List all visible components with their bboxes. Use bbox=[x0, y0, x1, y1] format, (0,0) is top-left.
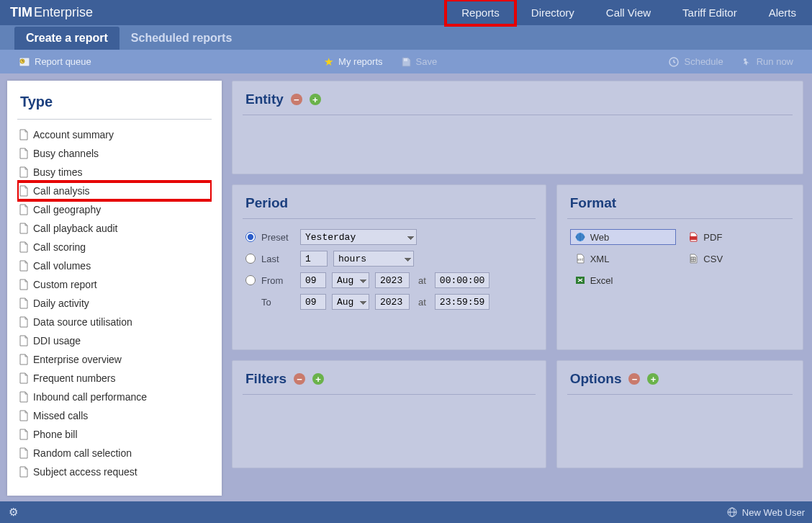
svg-text:xml: xml bbox=[577, 257, 583, 262]
type-item[interactable]: Enterprise overview bbox=[17, 350, 212, 369]
filters-heading: Filters bbox=[245, 371, 287, 387]
type-item[interactable]: Phone bill bbox=[17, 425, 212, 444]
type-item[interactable]: Custom report bbox=[17, 275, 212, 294]
format-panel: Format Web PDF xml XML bbox=[556, 184, 803, 350]
period-to-year[interactable] bbox=[375, 294, 410, 310]
type-item[interactable]: Data source utilisation bbox=[17, 313, 212, 331]
filters-add-button[interactable]: + bbox=[312, 373, 324, 385]
document-icon bbox=[19, 372, 29, 384]
svg-point-4 bbox=[744, 58, 746, 61]
period-last-value[interactable] bbox=[300, 251, 328, 267]
type-item[interactable]: Call geography bbox=[17, 200, 212, 219]
document-icon bbox=[19, 298, 29, 309]
type-item[interactable]: Account summary bbox=[17, 125, 212, 144]
entity-heading: Entity bbox=[245, 91, 284, 107]
type-item-label: Frequent numbers bbox=[33, 372, 115, 384]
report-queue-label: Report queue bbox=[35, 56, 91, 67]
period-from-year[interactable] bbox=[375, 272, 410, 288]
options-heading: Options bbox=[570, 371, 622, 387]
nav-call-view[interactable]: Call View bbox=[590, 0, 667, 25]
period-from-day[interactable] bbox=[300, 272, 326, 288]
period-last-radio[interactable] bbox=[245, 254, 256, 264]
divider bbox=[243, 394, 536, 395]
type-item[interactable]: Busy times bbox=[17, 163, 212, 182]
type-item[interactable]: Call playback audit bbox=[17, 219, 212, 238]
period-to-time[interactable] bbox=[435, 294, 490, 310]
nav-reports[interactable]: Reports bbox=[446, 0, 515, 25]
format-web-label: Web bbox=[590, 232, 610, 243]
type-item[interactable]: Call analysis bbox=[17, 182, 212, 200]
period-preset-row: Preset Yesterday bbox=[245, 229, 533, 245]
period-to-day[interactable] bbox=[300, 294, 326, 310]
footer-user[interactable]: New Web User bbox=[742, 507, 805, 518]
schedule-button[interactable]: Schedule bbox=[659, 56, 731, 68]
period-to-month[interactable]: Aug bbox=[332, 294, 369, 310]
document-icon bbox=[19, 429, 29, 440]
globe-icon bbox=[726, 506, 738, 518]
format-xml[interactable]: xml XML bbox=[570, 251, 677, 267]
period-from-time[interactable] bbox=[435, 272, 490, 288]
type-item[interactable]: Call scoring bbox=[17, 238, 212, 256]
entity-panel: Entity − + bbox=[232, 81, 803, 174]
entity-add-button[interactable]: + bbox=[310, 94, 321, 105]
top-nav: Reports Directory Call View Tariff Edito… bbox=[446, 0, 812, 25]
period-preset-select[interactable]: Yesterday bbox=[300, 229, 417, 245]
document-icon bbox=[19, 204, 29, 215]
options-remove-button[interactable]: − bbox=[628, 373, 640, 385]
type-item[interactable]: Call volumes bbox=[17, 256, 212, 275]
report-queue-button[interactable]: Report queue bbox=[10, 56, 100, 68]
type-item[interactable]: Daily activity bbox=[17, 294, 212, 313]
period-from-month[interactable]: Aug bbox=[332, 272, 369, 288]
type-item[interactable]: Subject access request bbox=[17, 462, 212, 481]
document-icon bbox=[19, 148, 29, 159]
clock-icon bbox=[668, 56, 680, 68]
save-label: Save bbox=[416, 56, 438, 67]
format-web[interactable]: Web bbox=[570, 229, 677, 245]
brand-part2: Enterprise bbox=[34, 5, 93, 20]
type-item[interactable]: Busy channels bbox=[17, 144, 212, 163]
type-item-label: Call scoring bbox=[33, 241, 86, 253]
format-csv[interactable]: CSV bbox=[683, 251, 790, 267]
tab-scheduled-reports[interactable]: Scheduled reports bbox=[119, 27, 243, 50]
type-item[interactable]: Missed calls bbox=[17, 406, 212, 425]
period-preset-label: Preset bbox=[261, 232, 294, 243]
nav-alerts[interactable]: Alerts bbox=[753, 0, 812, 25]
type-item[interactable]: Inbound call performance bbox=[17, 388, 212, 406]
document-icon bbox=[19, 335, 29, 347]
period-preset-radio[interactable] bbox=[245, 232, 256, 242]
type-item[interactable]: DDI usage bbox=[17, 331, 212, 350]
gear-icon[interactable]: ⚙ bbox=[7, 506, 19, 518]
document-icon bbox=[19, 410, 29, 421]
nav-tariff-editor[interactable]: Tariff Editor bbox=[667, 0, 753, 25]
type-item-label: Custom report bbox=[33, 279, 97, 290]
save-button[interactable]: Save bbox=[392, 56, 446, 68]
type-heading: Type bbox=[7, 81, 222, 115]
schedule-label: Schedule bbox=[684, 56, 723, 67]
filters-remove-button[interactable]: − bbox=[294, 373, 305, 385]
format-pdf[interactable]: PDF bbox=[683, 229, 790, 245]
period-last-unit-select[interactable]: hours bbox=[333, 251, 414, 267]
web-icon bbox=[574, 231, 586, 243]
type-item-label: Call volumes bbox=[33, 260, 91, 272]
entity-remove-button[interactable]: − bbox=[291, 94, 302, 105]
period-to-label: To bbox=[261, 297, 294, 308]
period-last-label: Last bbox=[261, 254, 294, 264]
run-now-button[interactable]: Run now bbox=[732, 56, 802, 68]
period-last-row: Last hours bbox=[245, 251, 533, 267]
tab-create-report[interactable]: Create a report bbox=[14, 27, 119, 50]
type-item-label: Phone bill bbox=[33, 429, 78, 440]
format-excel[interactable]: Excel bbox=[570, 272, 677, 288]
type-item[interactable]: Random call selection bbox=[17, 444, 212, 462]
document-icon bbox=[19, 447, 29, 459]
sub-tab-bar: Create a report Scheduled reports bbox=[0, 25, 812, 50]
type-item-label: Random call selection bbox=[33, 447, 132, 459]
right-area: Entity − + Period Preset Yesterday bbox=[232, 81, 803, 496]
nav-directory[interactable]: Directory bbox=[515, 0, 590, 25]
document-icon bbox=[19, 185, 29, 197]
my-reports-button[interactable]: ★ My reports bbox=[314, 56, 391, 68]
period-from-label: From bbox=[261, 275, 294, 286]
period-from-radio[interactable] bbox=[245, 275, 256, 285]
options-add-button[interactable]: + bbox=[647, 373, 659, 385]
type-item[interactable]: Frequent numbers bbox=[17, 369, 212, 388]
type-list[interactable]: Account summaryBusy channelsBusy timesCa… bbox=[17, 125, 212, 490]
